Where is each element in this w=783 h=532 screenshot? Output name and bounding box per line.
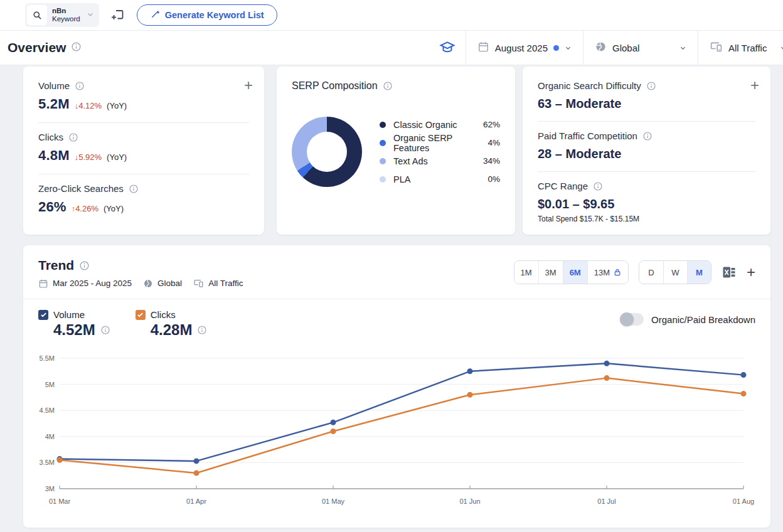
info-icon[interactable] (100, 325, 110, 335)
info-icon[interactable] (593, 181, 603, 191)
add-metric-button[interactable]: + (750, 78, 759, 93)
info-icon[interactable] (79, 260, 90, 271)
svg-text:01 May: 01 May (322, 497, 345, 505)
info-icon[interactable] (129, 184, 139, 194)
metric-cpc-range: CPC Range $0.01 – $9.65 Total Spend $15.… (538, 181, 755, 223)
export-excel-button[interactable] (722, 265, 737, 280)
organic-difficulty-value: 63 – Moderate (538, 97, 755, 111)
metric-zero-click: Zero-Click Searches 26% ↑4.26% (YoY) (38, 183, 249, 215)
calendar-icon (477, 41, 489, 55)
volume-checkbox[interactable] (38, 310, 48, 320)
range-6m-button[interactable]: 6M (563, 261, 587, 284)
volume-value: 5.2M (38, 96, 70, 112)
clicks-series-block: Clicks 4.28M (136, 309, 208, 339)
organic-paid-toggle[interactable] (620, 313, 644, 326)
zero-click-yoy-label: (YoY) (104, 204, 124, 213)
devices-icon (193, 278, 204, 289)
overview-header: Overview August 2025 Global (0, 31, 783, 65)
clicks-label: Clicks (38, 132, 63, 142)
date-filter[interactable]: August 2025 (466, 31, 583, 65)
wand-icon (150, 9, 160, 21)
divider (38, 122, 249, 123)
paid-competition-label: Paid Traffic Competition (538, 130, 637, 141)
education-cap-button[interactable] (429, 40, 466, 56)
page-title: Overview (8, 40, 66, 55)
date-notification-dot (553, 45, 559, 51)
legend-item-text-ads[interactable]: Text Ads 34% (380, 152, 500, 170)
traffic-filter[interactable]: All Traffic (698, 31, 780, 65)
granularity-week-button[interactable]: W (663, 261, 687, 284)
range-1m-button[interactable]: 1M (514, 261, 538, 284)
add-metric-button[interactable]: + (244, 78, 253, 93)
clicks-change: ↓5.92% (75, 152, 102, 162)
cpc-range-label: CPC Range (538, 181, 588, 191)
globe-icon (595, 41, 607, 55)
trend-title: Trend (38, 258, 74, 273)
svg-text:01 Jun: 01 Jun (459, 497, 480, 505)
toggle-knob (620, 312, 634, 326)
date-filter-value: August 2025 (495, 43, 548, 53)
organic-paid-toggle-label: Organic/Paid Breakdown (651, 314, 755, 325)
excel-icon (722, 265, 737, 280)
legend-bullet (380, 140, 386, 146)
info-icon[interactable] (71, 41, 82, 55)
metric-organic-difficulty: Organic Search Difficulty 63 – Moderate (538, 80, 755, 111)
svg-text:5.5M: 5.5M (40, 354, 55, 362)
volume-change: ↓4.12% (75, 101, 102, 110)
volume-yoy-label: (YoY) (107, 101, 127, 110)
divider (538, 171, 755, 172)
legend-item-pla[interactable]: PLA 0% (380, 170, 500, 188)
trend-chart-svg[interactable]: 3M3.5M4M4.5M5M5.5M01 Mar01 Apr01 May01 J… (38, 353, 755, 511)
volume-metrics-card: + Volume 5.2M ↓4.12% (YoY) Clicks 4.8M (23, 66, 264, 235)
generate-keyword-list-label: Generate Keyword List (165, 10, 264, 20)
organic-difficulty-label: Organic Search Difficulty (538, 80, 641, 91)
metric-clicks: Clicks 4.8M ↓5.92% (YoY) (38, 132, 249, 164)
divider (538, 121, 755, 122)
keyword-type-label: Keyword (52, 15, 80, 23)
add-to-list-button[interactable] (110, 8, 125, 23)
svg-text:3.5M: 3.5M (40, 459, 55, 466)
svg-text:01 Apr: 01 Apr (186, 497, 206, 505)
granularity-day-button[interactable]: D (639, 261, 663, 284)
info-icon[interactable] (383, 81, 393, 91)
volume-series-label: Volume (53, 309, 85, 320)
info-icon[interactable] (646, 81, 656, 91)
metric-paid-competition: Paid Traffic Competition 28 – Moderate (538, 130, 755, 161)
volume-series-block: Volume 4.52M (38, 309, 110, 339)
trend-geo: Global (157, 279, 182, 288)
chevron-down-icon (679, 45, 686, 51)
serp-composition-card: SERP Composition Classic Organic 62% Org… (277, 66, 515, 235)
total-spend-label: Total Spend $15.7K - $15.15M (538, 215, 755, 223)
range-3m-button[interactable]: 3M (538, 261, 563, 284)
info-icon[interactable] (642, 131, 652, 141)
clicks-checkbox[interactable] (136, 310, 146, 320)
info-icon[interactable] (75, 81, 85, 91)
chevron-down-icon (565, 45, 572, 51)
divider (38, 174, 249, 174)
keyword-selector[interactable]: nBn Keyword (25, 3, 99, 27)
serp-donut-chart[interactable] (292, 117, 362, 187)
range-13m-button[interactable]: 13M (587, 261, 628, 284)
granularity-month-button[interactable]: M (687, 261, 711, 284)
info-icon[interactable] (68, 132, 78, 142)
difficulty-card: + Organic Search Difficulty 63 – Moderat… (523, 66, 770, 235)
devices-icon (710, 40, 723, 55)
legend-item-organic-serp-features[interactable]: Organic SERP Features 4% (380, 134, 500, 152)
keyword-name: nBn (52, 7, 80, 15)
geo-filter[interactable]: Global (583, 31, 698, 65)
chevron-down-icon (780, 45, 783, 51)
range-button-group: 1M 3M 6M 13M (514, 260, 629, 284)
info-icon[interactable] (197, 325, 207, 335)
legend-bullet (380, 158, 386, 164)
chevron-down-icon (87, 9, 94, 21)
legend-item-classic-organic[interactable]: Classic Organic 62% (380, 115, 500, 134)
generate-keyword-list-button[interactable]: Generate Keyword List (137, 4, 277, 26)
traffic-filter-value: All Traffic (728, 43, 767, 53)
svg-text:01 Aug: 01 Aug (733, 497, 754, 505)
svg-text:5M: 5M (45, 381, 55, 388)
legend-bullet (380, 122, 386, 128)
add-chart-button[interactable]: + (747, 265, 755, 280)
calendar-icon (38, 279, 48, 289)
svg-text:4M: 4M (45, 433, 55, 440)
legend-bullet (380, 176, 386, 183)
